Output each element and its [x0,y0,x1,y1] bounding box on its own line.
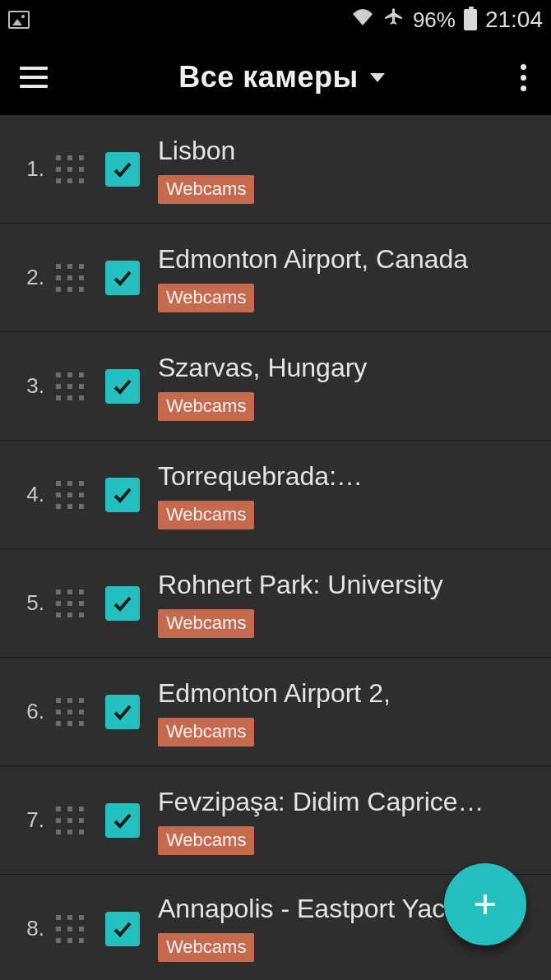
item-number: 7. [10,807,44,833]
item-label: Edmonton Airport 2, [158,677,533,710]
item-content: Fevzipaşa: Didim Caprice…Webcams [158,785,533,855]
menu-button[interactable] [20,67,48,88]
drag-handle-icon[interactable] [56,798,89,843]
battery-percent: 96% [413,7,456,33]
checkbox[interactable] [105,152,140,187]
picture-icon [8,11,30,29]
item-content: Edmonton Airport, CanadaWebcams [158,243,533,312]
item-label: Rohnert Park: University [158,568,533,601]
item-content: Rohnert Park: UniversityWebcams [158,568,533,638]
item-number: 5. [10,590,44,616]
category-tag: Webcams [158,718,254,747]
airplane-icon [383,7,405,34]
item-number: 1. [10,156,44,182]
drag-handle-icon[interactable] [56,256,89,300]
checkbox[interactable] [105,912,140,946]
category-tag: Webcams [158,826,254,855]
checkbox[interactable] [105,695,140,729]
item-content: Szarvas, HungaryWebcams [158,351,533,421]
checkbox[interactable] [105,369,140,404]
status-bar: 96% 21:04 [0,0,551,39]
drag-handle-icon[interactable] [56,473,89,517]
drag-handle-icon[interactable] [56,690,89,734]
category-tag: Webcams [158,392,254,421]
item-number: 4. [10,482,44,507]
list-item[interactable]: 4.Torrequebrada:…Webcams [0,441,551,549]
overflow-menu-button[interactable] [516,59,531,96]
item-number: 8. [10,916,44,941]
chevron-down-icon [370,73,385,82]
list-item[interactable]: 6.Edmonton Airport 2,Webcams [0,658,551,766]
drag-handle-icon[interactable] [56,907,89,951]
category-tag: Webcams [158,609,254,638]
category-tag: Webcams [158,175,254,204]
item-label: Torrequebrada:… [158,460,533,492]
battery-icon [464,9,477,30]
page-title: Все камеры [178,60,358,95]
clock: 21:04 [485,7,543,33]
item-content: Torrequebrada:…Webcams [158,460,533,529]
item-label: Lisbon [158,134,533,167]
category-tag: Webcams [158,501,254,529]
title-dropdown[interactable]: Все камеры [48,60,516,95]
category-tag: Webcams [158,284,254,312]
add-button[interactable] [444,863,526,945]
list-item[interactable]: 2.Edmonton Airport, CanadaWebcams [0,224,551,332]
list-item[interactable]: 7.Fevzipaşa: Didim Caprice…Webcams [0,766,551,875]
list-item[interactable]: 3.Szarvas, HungaryWebcams [0,332,551,441]
item-number: 3. [10,373,44,399]
camera-list: 1.LisbonWebcams2.Edmonton Airport, Canad… [0,115,551,980]
item-label: Edmonton Airport, Canada [158,243,533,275]
drag-handle-icon[interactable] [56,581,89,626]
list-item[interactable]: 1.LisbonWebcams [0,115,551,224]
item-number: 2. [10,265,44,290]
checkbox[interactable] [105,261,140,295]
app-bar: Все камеры [0,39,551,115]
checkbox[interactable] [105,586,140,621]
item-content: Edmonton Airport 2,Webcams [158,677,533,747]
wifi-icon [350,7,375,33]
item-label: Szarvas, Hungary [158,351,533,384]
checkbox[interactable] [105,803,140,838]
list-item[interactable]: 5.Rohnert Park: UniversityWebcams [0,549,551,658]
drag-handle-icon[interactable] [56,364,89,409]
item-label: Fevzipaşa: Didim Caprice… [158,785,533,818]
drag-handle-icon[interactable] [56,147,89,192]
item-number: 6. [10,699,44,724]
category-tag: Webcams [158,933,254,962]
checkbox[interactable] [105,478,140,512]
item-content: LisbonWebcams [158,134,533,204]
